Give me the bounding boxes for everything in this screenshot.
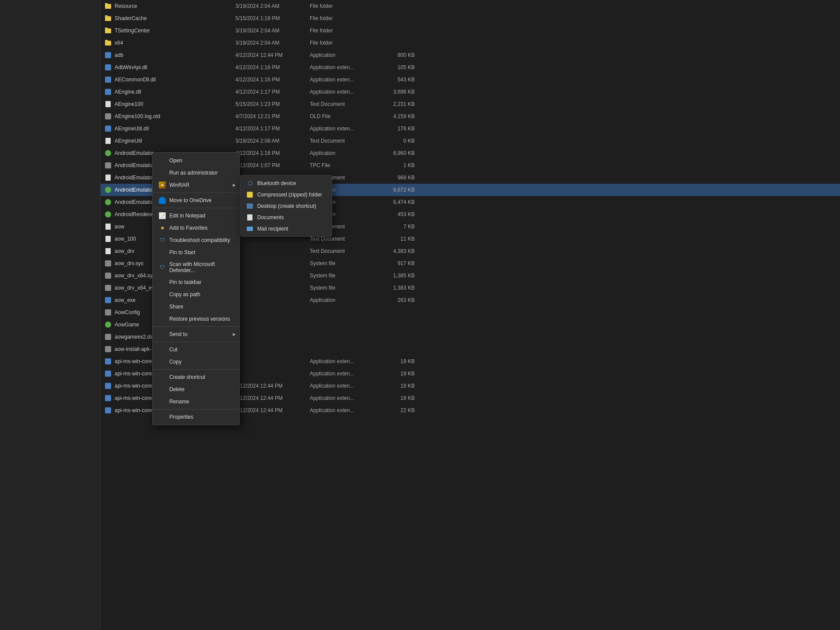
run-admin-icon [159,169,166,176]
context-menu-item-notepad[interactable]: 📝 Edit in Notepad [153,210,239,222]
file-date: 4/12/2024 1:16 PM [235,77,310,83]
app-icon [105,297,111,303]
table-row[interactable]: AECommonDll.dll 4/12/2024 1:16 PM Applic… [101,74,840,86]
app-icon [105,52,111,58]
app-icon [105,383,111,389]
context-menu-item-shortcut[interactable]: Create shortcut [153,371,239,383]
file-type: File folder [310,40,380,46]
file-name: aow_drv [115,248,134,254]
sendto-submenu: ⬡ Bluetooth device Compressed (zipped) f… [240,175,332,237]
context-menu-item-rename[interactable]: Rename [153,396,239,408]
ctx-icon-wrap [159,386,166,393]
ctx-label: Properties [169,414,193,420]
table-row[interactable]: ShaderCache 5/15/2024 1:18 PM File folde… [101,12,840,24]
delete-icon [159,386,166,393]
context-menu-item-open[interactable]: Open [153,154,239,167]
file-icon [104,247,112,255]
menu-separator [153,208,239,208]
app-icon [105,358,111,364]
submenu-item-documents[interactable]: Documents [241,212,332,223]
context-menu-item-copy[interactable]: Copy [153,356,239,368]
file-type: Application [310,297,380,303]
file-type: File folder [310,15,380,21]
file-size: 968 KB [380,175,415,181]
ctx-label: Create shortcut [169,374,205,380]
text-icon [105,138,111,144]
file-date: 5/15/2024 1:18 PM [235,15,310,21]
file-type: Text Document [310,248,380,254]
file-type: Application exten... [310,371,380,377]
file-name: api-ms-win-core [115,358,152,364]
file-type: Text Document [310,101,380,107]
file-type: Application exten... [310,407,380,413]
file-type: Application exten... [310,64,380,70]
file-icon [104,321,112,329]
table-row[interactable]: AEngineUtil 3/19/2024 2:08 AM Text Docum… [101,135,840,147]
android-icon [105,187,111,193]
context-menu-item-defender[interactable]: 🛡 Scan with Microsoft Defender... [153,259,239,276]
ctx-icon-wrap [159,358,166,365]
context-menu-item-star[interactable]: ★ Add to Favorites [153,222,239,234]
submenu-item-desktop[interactable]: Desktop (create shortcut) [241,200,332,212]
open-icon [159,157,166,164]
ctx-icon-wrap [159,197,166,204]
submenu-icon-wrap [246,214,254,220]
file-size: 1 KB [380,162,415,168]
context-menu-item-delete[interactable]: Delete [153,383,239,396]
file-name: aow-install-apk-... [115,346,156,352]
ctx-label: Pin to Start [169,249,195,256]
ctx-icon-wrap [159,169,166,176]
generic-icon [105,334,111,340]
file-size: 1,385 KB [380,273,415,279]
file-icon [104,235,112,243]
submenu-item-zip[interactable]: Compressed (zipped) folder [241,189,332,200]
table-row[interactable]: Resource 3/19/2024 2:04 AM File folder [101,0,840,12]
context-menu-item-properties[interactable]: Properties [153,411,239,423]
table-row[interactable]: x64 3/19/2024 2:04 AM File folder [101,37,840,49]
ctx-label: Scan with Microsoft Defender... [169,261,233,273]
file-type: File folder [310,3,380,9]
ctx-label: Rename [169,399,189,405]
table-row[interactable]: AEngine.dll 4/12/2024 1:17 PM Applicatio… [101,86,840,98]
file-type: Application exten... [310,383,380,389]
file-icon [104,223,112,231]
table-row[interactable]: AdbWinApi.dll 4/12/2024 1:16 PM Applicat… [101,61,840,74]
table-row[interactable]: AEngine100 5/15/2024 1:23 PM Text Docume… [101,98,840,110]
android-icon [105,199,111,205]
context-menu-item-taskbar[interactable]: Pin to taskbar [153,276,239,288]
ctx-label: Troubleshoot compatibility [169,237,230,243]
context-menu-item-winrar[interactable]: W WinRAR [153,179,239,191]
table-row[interactable]: AEngineUtil.dll 4/12/2024 1:17 PM Applic… [101,122,840,135]
folder-icon [105,16,111,21]
submenu-label: Compressed (zipped) folder [257,192,322,198]
context-menu-item-run-admin[interactable]: Run as administrator [153,167,239,179]
submenu-item-mail[interactable]: Mail recipient [241,223,332,234]
file-name: AEngineUtil.dll [115,126,149,132]
submenu-item-bluetooth[interactable]: ⬡ Bluetooth device [241,177,332,189]
file-icon [104,406,112,414]
shortcut-icon [159,374,166,381]
file-name: aowgameex2.da... [115,334,158,340]
context-menu-item-share[interactable]: Share [153,301,239,313]
ctx-label: WinRAR [169,182,189,188]
context-menu-item-cut[interactable]: Cut [153,343,239,356]
file-name: Resource [115,3,137,9]
context-menu-item-copy-path[interactable]: Copy as path [153,288,239,301]
file-size: 7 KB [380,224,415,230]
file-icon [104,76,112,84]
android-icon [105,322,111,328]
context-menu-item-shield[interactable]: 🛡 Troubleshoot compatibility [153,234,239,246]
file-size: 19 KB [380,358,415,364]
file-icon [104,149,112,157]
properties-icon [159,413,166,420]
table-row[interactable]: TSettingCenter 3/19/2024 2:04 AM File fo… [101,24,840,37]
context-menu-item-sendto[interactable]: Send to [153,328,239,340]
context-menu-item-restore[interactable]: Restore previous versions [153,313,239,325]
table-row[interactable]: adb 4/12/2024 12:44 PM Application 800 K… [101,49,840,61]
folder-icon [105,4,111,9]
context-menu-item-onedrive[interactable]: Move to OneDrive [153,194,239,206]
file-name: AEngine100.log.old [115,113,160,119]
app-icon [105,89,111,95]
table-row[interactable]: AEngine100.log.old 4/7/2024 12:21 PM OLD… [101,110,840,122]
context-menu-item-pin[interactable]: Pin to Start [153,246,239,259]
